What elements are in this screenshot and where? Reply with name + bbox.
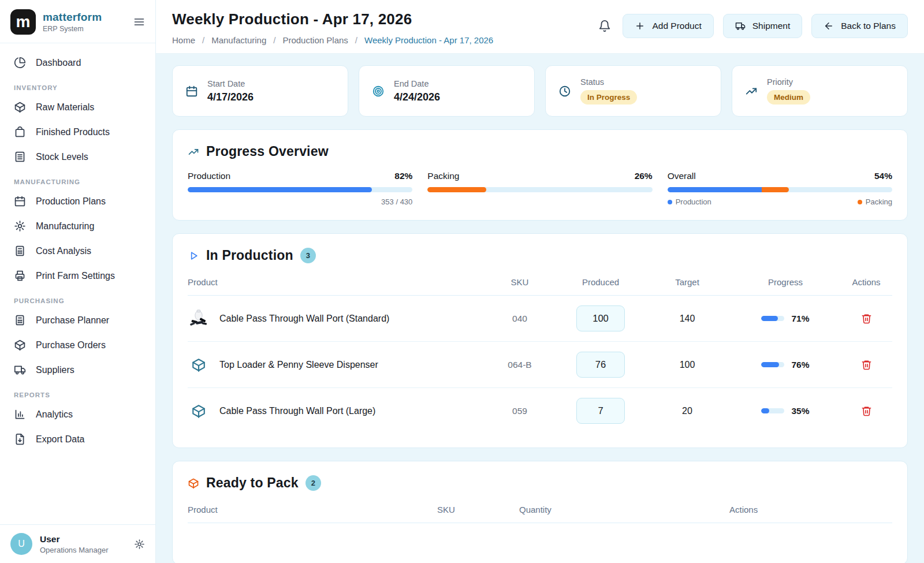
breadcrumb-home[interactable]: Home	[172, 35, 195, 45]
packing-percent: 26%	[635, 171, 653, 181]
sidebar-item-cost-analysis[interactable]: Cost Analysis	[0, 238, 155, 263]
section-label-inventory: INVENTORY	[0, 75, 155, 95]
status-label: Status	[580, 77, 637, 87]
product-box-icon	[188, 354, 210, 376]
menu-icon[interactable]	[133, 16, 145, 28]
avatar: U	[10, 533, 32, 555]
sidebar-item-label: Analytics	[36, 409, 73, 420]
col-target: Target	[644, 277, 731, 287]
sidebar-item-label: Stock Levels	[36, 152, 88, 162]
sidebar-item-analytics[interactable]: Analytics	[0, 402, 155, 427]
production-label: Production	[188, 171, 230, 181]
calendar-icon	[185, 85, 198, 98]
button-label: Back to Plans	[841, 21, 896, 31]
calculator-icon	[14, 245, 26, 257]
production-count: 353 / 430	[188, 197, 412, 206]
product-sku: 059	[482, 406, 557, 416]
sidebar-item-finished-products[interactable]: Finished Products	[0, 120, 155, 144]
priority-card: Priority Medium	[732, 65, 908, 117]
main-area: Weekly Production - Apr 17, 2026 Home / …	[156, 0, 924, 563]
plus-icon	[635, 21, 645, 31]
brand-subtitle: ERP System	[43, 25, 126, 33]
sidebar-item-purchase-orders[interactable]: Purchase Orders	[0, 333, 155, 357]
row-progress: 35%	[731, 406, 840, 416]
user-footer: U User Operations Manager	[0, 524, 155, 563]
overall-progress-bar	[668, 187, 892, 192]
sidebar-item-stock-levels[interactable]: Stock Levels	[0, 144, 155, 169]
sidebar-item-label: Production Plans	[36, 196, 106, 207]
package-icon	[14, 101, 26, 113]
breadcrumb-manufacturing[interactable]: Manufacturing	[211, 35, 266, 45]
ready-to-pack-title: Ready to Pack	[206, 475, 299, 491]
production-legend-label: Production	[676, 197, 711, 206]
breadcrumb: Home / Manufacturing / Production Plans …	[172, 35, 493, 45]
delete-row-button[interactable]	[861, 405, 872, 416]
col-produced: Produced	[557, 277, 644, 287]
production-legend-dot	[668, 200, 672, 204]
produced-input[interactable]	[576, 398, 625, 424]
delete-row-button[interactable]	[861, 313, 872, 324]
brand: m matterform ERP System	[0, 0, 155, 43]
ready-to-pack-count-badge: 2	[305, 475, 321, 491]
overall-progress: Overall 54% Production	[668, 171, 892, 206]
info-cards: Start Date 4/17/2026 End Date 4/24/2026 …	[172, 65, 908, 117]
bell-icon[interactable]	[598, 20, 611, 32]
in-production-table-header: Product SKU Produced Target Progress Act…	[188, 275, 892, 296]
col-actions: Actions	[729, 505, 892, 514]
sidebar-item-dashboard[interactable]: Dashboard	[0, 50, 155, 75]
product-photo	[188, 308, 210, 330]
user-role: Operations Manager	[40, 546, 126, 554]
trash-icon	[861, 359, 872, 370]
sidebar-item-print-farm-settings[interactable]: Print Farm Settings	[0, 263, 155, 288]
progress-percent: 76%	[791, 360, 809, 370]
start-date-value: 4/17/2026	[207, 91, 254, 103]
end-date-label: End Date	[394, 79, 440, 88]
sidebar-item-export-data[interactable]: Export Data	[0, 427, 155, 452]
add-product-button[interactable]: Add Product	[623, 14, 713, 38]
topbar: Weekly Production - Apr 17, 2026 Home / …	[156, 0, 924, 54]
production-percent: 82%	[394, 171, 412, 181]
brand-logo: m	[10, 9, 36, 35]
target-value: 20	[644, 406, 731, 416]
sidebar-item-raw-materials[interactable]: Raw Materials	[0, 95, 155, 120]
sidebar-item-production-plans[interactable]: Production Plans	[0, 189, 155, 214]
sidebar-item-label: Print Farm Settings	[36, 271, 115, 281]
col-actions: Actions	[840, 277, 892, 287]
start-date-label: Start Date	[207, 79, 254, 88]
row-progress: 71%	[731, 314, 840, 324]
trending-up-icon	[745, 85, 758, 98]
arrow-left-icon	[824, 21, 834, 31]
breadcrumb-production-plans[interactable]: Production Plans	[282, 35, 348, 45]
shipment-button[interactable]: Shipment	[723, 14, 802, 38]
sidebar-item-purchase-planner[interactable]: Purchase Planner	[0, 308, 155, 333]
bag-icon	[14, 126, 26, 138]
sidebar-item-manufacturing[interactable]: Manufacturing	[0, 214, 155, 238]
product-name: Top Loader & Penny Sleeve Dispenser	[219, 360, 378, 370]
priority-badge: Medium	[767, 90, 810, 105]
row-progress: 76%	[731, 360, 840, 370]
package-icon	[14, 339, 26, 351]
delete-row-button[interactable]	[861, 359, 872, 370]
package-icon	[191, 404, 206, 419]
breadcrumb-separator: /	[202, 35, 204, 45]
produced-input[interactable]	[576, 305, 625, 331]
sidebar-item-suppliers[interactable]: Suppliers	[0, 357, 155, 382]
in-production-count-badge: 3	[300, 248, 316, 263]
progress-percent: 35%	[791, 406, 809, 416]
product-sku: 064-B	[482, 360, 557, 370]
gear-icon	[14, 220, 26, 232]
breadcrumb-separator: /	[355, 35, 357, 45]
target-value: 140	[644, 314, 731, 324]
end-date-value: 4/24/2026	[394, 91, 440, 103]
product-name: Cable Pass Through Wall Port (Standard)	[219, 314, 389, 324]
brand-name: matterform	[43, 11, 126, 24]
content: Start Date 4/17/2026 End Date 4/24/2026 …	[156, 54, 924, 563]
sidebar: m matterform ERP System Dashboard INVENT…	[0, 0, 156, 563]
progress-percent: 71%	[791, 314, 809, 324]
settings-gear-icon[interactable]	[134, 539, 145, 550]
sidebar-item-label: Manufacturing	[36, 221, 94, 232]
produced-input[interactable]	[576, 352, 625, 378]
packing-legend-label: Packing	[866, 197, 892, 206]
overall-label: Overall	[668, 171, 696, 181]
back-to-plans-button[interactable]: Back to Plans	[811, 14, 908, 38]
